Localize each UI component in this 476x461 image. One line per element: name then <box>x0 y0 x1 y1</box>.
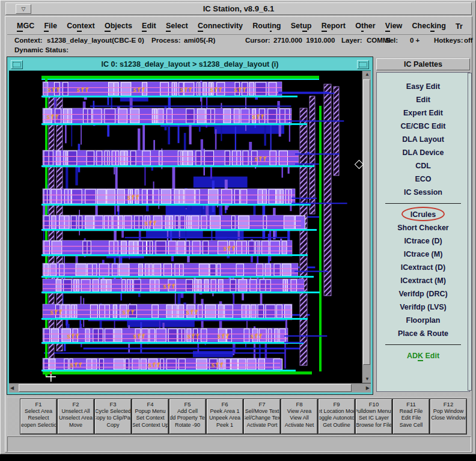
fkey-f3[interactable]: F3Cycle SelectedCopy to Clip/PadCopy <box>95 399 131 434</box>
palette-list: Easy EditEditExpert EditCE/CBC EditDLA L… <box>376 72 470 392</box>
svg-text:sff: sff <box>211 361 224 369</box>
fkey-f10[interactable]: F10Pulldown MenusSet IC LayerBrowse for … <box>356 399 392 434</box>
svg-text:sff: sff <box>252 113 264 121</box>
palette-item-ce-cbc-edit[interactable]: CE/CBC Edit <box>401 120 446 133</box>
menu-file[interactable]: File <box>44 22 57 30</box>
palette-item-short-checker[interactable]: Short Checker <box>397 221 448 234</box>
palette-item-verifdp-lvs-[interactable]: Verifdp (LVS) <box>400 301 447 314</box>
context-value: s1238_delay_layout(CBC-E 0) <box>47 37 144 44</box>
palette-item-icextract-d-[interactable]: ICextract (D) <box>401 261 445 274</box>
layout-canvas-area: sffsffsffsffsffsffsffsffsffsffsffsffsffs… <box>9 71 371 383</box>
layout-window-titlebar[interactable]: IC 0: s1238_delay_layout > s1238_delay_l… <box>9 59 371 71</box>
hotkeys-value: off <box>464 37 473 44</box>
svg-text:sff: sff <box>254 155 267 163</box>
menu-mgc[interactable]: MGC <box>17 22 34 30</box>
fkey-f6[interactable]: F6Peek Area 1Unpeek AreaPeek 1 <box>207 399 243 434</box>
vertical-scroll-thumb[interactable] <box>363 79 370 365</box>
horizontal-scroll-thumb[interactable] <box>19 384 352 392</box>
function-key-bar: F1Select AreaReselectReopen SelectionF2U… <box>7 398 471 435</box>
fkey-f9[interactable]: F9Set Location ModeToggle AutonotchGet O… <box>319 399 355 434</box>
menu-other[interactable]: Other <box>355 22 375 30</box>
palette-item-adk-edit[interactable]: ADK Edit <box>407 349 439 362</box>
menu-view[interactable]: View <box>385 22 403 30</box>
palette-item-expert-edit[interactable]: Expert Edit <box>403 106 443 120</box>
scroll-up-icon[interactable]: ▲ <box>364 72 371 77</box>
fkey-f8[interactable]: F8View AreaView AllActivate Net <box>281 399 317 434</box>
scroll-down-icon[interactable]: ▼ <box>364 376 371 382</box>
palette-panel: IC Palettes Easy EditEditExpert EditCE/C… <box>375 57 471 394</box>
palette-title: IC Palettes <box>376 58 470 70</box>
svg-text:sff: sff <box>133 332 145 340</box>
palette-item-ictrace-m-[interactable]: ICtrace (M) <box>404 248 443 261</box>
menu-edit[interactable]: Edit <box>142 22 156 30</box>
svg-text:sff: sff <box>127 194 139 201</box>
cursor-value: 2710.000 1910.000 <box>273 37 335 44</box>
svg-text:sff: sff <box>234 86 246 94</box>
palette-item-place-route[interactable]: Place & Route <box>398 327 448 340</box>
palette-item-floorplan[interactable]: Floorplan <box>406 314 441 327</box>
fkey-f7[interactable]: F7Sel/Move TextSel/Change TextActivate P… <box>244 399 280 434</box>
menu-report[interactable]: Report <box>322 22 346 30</box>
menu-context[interactable]: Context <box>67 22 95 30</box>
layout-window-maximize-button[interactable] <box>357 60 369 69</box>
svg-text:sff: sff <box>47 86 60 94</box>
svg-text:sff: sff <box>180 86 192 94</box>
palette-item-ic-session[interactable]: IC Session <box>404 186 442 199</box>
palette-item-dla-device[interactable]: DLA Device <box>402 146 444 159</box>
palette-item-dla-layout[interactable]: DLA Layout <box>402 133 444 146</box>
palette-item-cdl[interactable]: CDL <box>415 159 431 172</box>
palette-item-icrules[interactable]: ICrules <box>410 208 436 221</box>
palette-item-ictrace-d-[interactable]: ICtrace (D) <box>404 234 442 248</box>
sel-value: 0 + <box>410 37 420 44</box>
layout-window: IC 0: s1238_delay_layout > s1238_delay_l… <box>7 57 373 394</box>
palette-item-easy-edit[interactable]: Easy Edit <box>406 80 440 93</box>
fkey-f4[interactable]: F4Popup MenuSet ContextSet Context Up <box>132 399 168 434</box>
svg-text:sff: sff <box>217 332 230 340</box>
svg-text:sff: sff <box>67 332 79 340</box>
status-bar: Context: s1238_delay_layout(CBC-E 0) Pro… <box>7 35 471 57</box>
fkey-f11[interactable]: F11Read FileEdit FileSave Cell <box>393 399 429 434</box>
svg-text:sff: sff <box>122 308 135 316</box>
app-window: ▽ IC Station, v8.9_6.1 MGCFileContextObj… <box>0 0 476 454</box>
fkey-f12[interactable]: F12Pop WindowClose Window <box>430 399 466 434</box>
layout-canvas[interactable]: sffsffsffsffsffsffsffsffsffsffsffsffsffs… <box>9 71 362 383</box>
layer-label: Layer: <box>341 37 362 44</box>
palette-separator <box>385 203 461 204</box>
svg-text:sff: sff <box>50 308 63 316</box>
horizontal-scrollbar[interactable]: ◀ ▶ <box>9 383 371 392</box>
menu-checking[interactable]: Checking <box>412 22 446 30</box>
sel-label: Sel: <box>385 37 398 44</box>
palette-item-verifdp-drc-[interactable]: Verifdp (DRC) <box>398 287 447 301</box>
svg-text:sff: sff <box>148 361 160 369</box>
window-title: IC Station, v8.9_6.1 <box>6 4 471 13</box>
svg-text:sff: sff <box>163 282 175 290</box>
menu-connectivity[interactable]: Connectivity <box>198 22 243 30</box>
palette-item-icextract-m-[interactable]: ICextract (M) <box>400 274 446 287</box>
svg-text:sff: sff <box>133 86 145 94</box>
fkey-f5[interactable]: F5Add CellAdd Property TextRotate -90 <box>169 399 206 434</box>
fkey-f2[interactable]: F2Unselect AllUnselect AreaMove <box>58 399 94 434</box>
window-titlebar[interactable]: ▽ IC Station, v8.9_6.1 <box>5 2 472 15</box>
svg-text:sff: sff <box>76 86 89 94</box>
vertical-scrollbar[interactable]: ▲ ▼ <box>362 71 371 383</box>
svg-text:sff: sff <box>250 332 263 340</box>
svg-text:sff: sff <box>223 245 236 252</box>
menu-select[interactable]: Select <box>166 22 188 30</box>
layout-window-title: IC 0: s1238_delay_layout > s1238_delay_l… <box>9 60 371 69</box>
palette-item-eco[interactable]: ECO <box>415 172 431 186</box>
menu-bar: MGCFileContextObjectsEditSelectConnectiv… <box>7 18 471 35</box>
fkey-f1[interactable]: F1Select AreaReselectReopen Selection <box>20 399 56 434</box>
menu-tr[interactable]: Tr <box>456 22 463 31</box>
menu-routing[interactable]: Routing <box>252 22 281 30</box>
palette-item-edit[interactable]: Edit <box>416 93 430 106</box>
menu-setup[interactable]: Setup <box>291 22 312 30</box>
work-area: IC 0: s1238_delay_layout > s1238_delay_l… <box>7 57 471 397</box>
menu-objects[interactable]: Objects <box>105 22 132 30</box>
scroll-right-icon[interactable]: ▶ <box>366 385 370 391</box>
palette-scrollbar[interactable] <box>468 73 472 391</box>
cursor-label: Cursor: <box>245 37 270 44</box>
svg-text:sff: sff <box>186 308 198 316</box>
svg-text:sff: sff <box>70 361 82 369</box>
scroll-left-icon[interactable]: ◀ <box>10 385 14 391</box>
palette-separator <box>385 344 461 345</box>
